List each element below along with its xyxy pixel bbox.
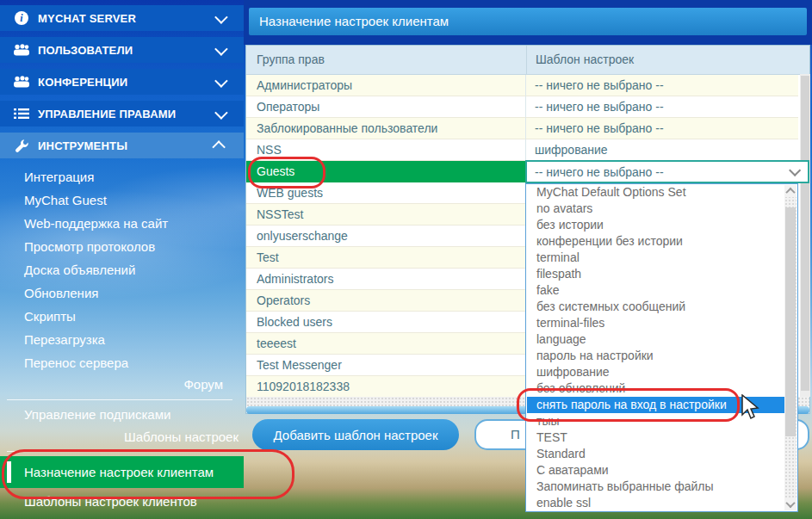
dropdown-item[interactable]: terminal-files (527, 315, 785, 331)
group-cell[interactable]: NSSTest (246, 204, 526, 226)
group-cell[interactable]: Blocked users (246, 312, 526, 333)
table-row[interactable]: NSSшифрование (246, 139, 798, 161)
sidebar-item-assign-client-settings[interactable]: Назначение настроек клиентам (0, 456, 244, 488)
sidebar-item-label: ИНСТРУМЕНТЫ (38, 139, 215, 152)
group-cell[interactable]: Заблокированные пользователи (246, 118, 526, 139)
dropdown-item[interactable]: filespath (527, 266, 785, 282)
scrollbar-thumb[interactable] (801, 76, 809, 391)
group-cell[interactable]: NSS (246, 139, 526, 161)
dropdown-item[interactable]: С аватарами (527, 462, 785, 479)
table-vertical-scrollbar[interactable] (800, 74, 810, 397)
sidebar-item-label: ПОЛЬЗОВАТЕЛИ (38, 44, 215, 57)
sidebar-subitem[interactable]: Обновления (0, 281, 244, 305)
scrollbar-thumb[interactable] (785, 207, 796, 436)
group-cell[interactable]: WEB guests (246, 182, 526, 204)
dropdown-item[interactable]: шифрование (527, 364, 785, 380)
dropdown-item[interactable]: no avatars (527, 201, 785, 217)
chevron-down-icon (214, 10, 228, 24)
sidebar-item-settings-templates[interactable]: Шаблоны настроек (0, 429, 239, 444)
sidebar-item-3[interactable]: УПРАВЛЕНИЕ ПРАВАМИ (0, 101, 244, 127)
sidebar-item-subscriptions[interactable]: Управление подписками (24, 407, 170, 422)
scroll-up-icon[interactable] (784, 185, 797, 197)
sidebar-item-2[interactable]: КОНФЕРЕНЦИИ (0, 69, 244, 95)
sidebar-divider (7, 451, 232, 452)
sidebar-item-0[interactable]: iMYCHAT SERVER (0, 5, 244, 31)
sidebar: iMYCHAT SERVERПОЛЬЗОВАТЕЛИКОНФЕРЕНЦИИУПР… (0, 0, 244, 519)
group-cell[interactable]: Test (246, 247, 526, 269)
sidebar-item-client-settings-templates[interactable]: Шаблоны настроек клиентов (24, 494, 197, 509)
template-cell[interactable]: -- ничего не выбрано -- (526, 96, 798, 118)
dropdown-item[interactable]: TEST (527, 429, 785, 446)
dropdown-item[interactable]: MyChat Default Options Set (527, 184, 785, 201)
group-cell[interactable]: Администраторы (246, 75, 526, 96)
sidebar-subitem[interactable]: Перезагрузка (0, 328, 244, 351)
sidebar-menu: iMYCHAT SERVERПОЛЬЗОВАТЕЛИКОНФЕРЕНЦИИУПР… (0, 0, 244, 158)
list-icon (12, 108, 31, 120)
sidebar-item-1[interactable]: ПОЛЬЗОВАТЕЛИ (0, 37, 244, 63)
group-cell[interactable]: Test Messenger (246, 355, 526, 376)
sidebar-subitem[interactable]: Просмотр протоколов (0, 235, 244, 258)
dropdown-item[interactable]: снять пароль на вход в настройки (527, 397, 785, 413)
group-cell[interactable]: Operators (246, 290, 526, 312)
info-icon: i (12, 11, 31, 25)
table-row[interactable]: Администраторы-- ничего не выбрано -- (246, 75, 798, 96)
template-cell[interactable]: -- ничего не выбрано -- (526, 75, 798, 96)
template-cell[interactable]: шифрование (526, 139, 798, 161)
group-cell[interactable]: 11092018182338 (246, 376, 526, 398)
sidebar-item-label: Назначение настроек клиентам (24, 456, 214, 488)
dropdown-item[interactable]: без истории (527, 217, 785, 233)
sidebar-divider (7, 399, 232, 400)
dropdown-item[interactable]: конференции без истории (527, 233, 785, 250)
dropdown-item[interactable]: enable ssl (527, 495, 785, 511)
scroll-down-icon[interactable] (784, 498, 797, 510)
table-header: Группа прав Шаблон настроек (246, 46, 809, 75)
table-row[interactable]: Заблокированные пользователи-- ничего не… (246, 118, 798, 139)
chevron-down-icon (214, 42, 228, 56)
dropdown-list: MyChat Default Options Setno avatarsбез … (527, 184, 785, 511)
dropdown-scrollbar[interactable] (784, 185, 797, 510)
users-icon (12, 44, 31, 56)
dropdown-item[interactable]: без системных сообщений (527, 299, 785, 315)
sidebar-item-4[interactable]: ИНСТРУМЕНТЫ (0, 133, 244, 158)
column-header-template[interactable]: Шаблон настроек (526, 46, 800, 74)
sidebar-subitem[interactable]: Интеграция (0, 165, 244, 188)
sidebar-subitem[interactable]: MyChat Guest (0, 188, 244, 212)
group-cell[interactable]: Guests (246, 161, 526, 182)
dropdown-item[interactable]: Standard (527, 446, 785, 462)
wrench-icon (12, 139, 31, 153)
sidebar-subitem[interactable]: Перенос сервера (0, 351, 244, 374)
chevron-down-icon (789, 164, 801, 176)
dropdown-item[interactable]: пароль на настройки (527, 348, 785, 364)
dropdown-item[interactable]: тыы (527, 413, 785, 429)
chevron-down-icon (214, 106, 228, 120)
sidebar-subitem[interactable]: Доска объявлений (0, 258, 244, 281)
group-cell[interactable]: Administrators (246, 269, 526, 290)
active-marker (7, 461, 11, 483)
tools-submenu: ИнтеграцияMyChat GuestWeb-поддержка на с… (0, 165, 244, 374)
dropdown-item[interactable]: fake (527, 282, 785, 299)
template-cell[interactable]: -- ничего не выбрано -- (526, 118, 798, 139)
dropdown-item[interactable]: Запоминать выбранные файлы (527, 479, 785, 495)
sidebar-subitem[interactable]: Скрипты (0, 305, 244, 328)
sidebar-item-label: MYCHAT SERVER (38, 12, 215, 25)
group-cell[interactable]: teeeest (246, 333, 526, 355)
column-header-group[interactable]: Группа прав (246, 46, 526, 74)
template-dropdown: MyChat Default Options Setno avatarsбез … (525, 183, 798, 512)
dropdown-item[interactable]: без обновлений (527, 380, 785, 397)
sidebar-item-label: УПРАВЛЕНИЕ ПРАВАМИ (38, 108, 215, 120)
select-value: -- ничего не выбрано -- (527, 165, 789, 179)
dropdown-item[interactable]: language (527, 331, 785, 348)
sidebar-item-forum[interactable]: Форум (0, 377, 223, 392)
sidebar-subitem[interactable]: Web-поддержка на сайт (0, 212, 244, 235)
add-template-button[interactable]: Добавить шаблон настроек (252, 419, 459, 450)
group-cell[interactable]: onlyuserschange (246, 226, 526, 247)
sidebar-item-label: КОНФЕРЕНЦИИ (38, 76, 215, 89)
group-cell[interactable]: Операторы (246, 96, 526, 118)
table-row[interactable]: Операторы-- ничего не выбрано -- (246, 96, 798, 118)
template-select[interactable]: -- ничего не выбрано -- (525, 160, 809, 183)
chevron-down-icon (214, 74, 228, 88)
dropdown-item[interactable]: terminal (527, 250, 785, 266)
conference-icon (12, 76, 31, 88)
page-title: Назначение настроек клиентам (249, 8, 807, 35)
